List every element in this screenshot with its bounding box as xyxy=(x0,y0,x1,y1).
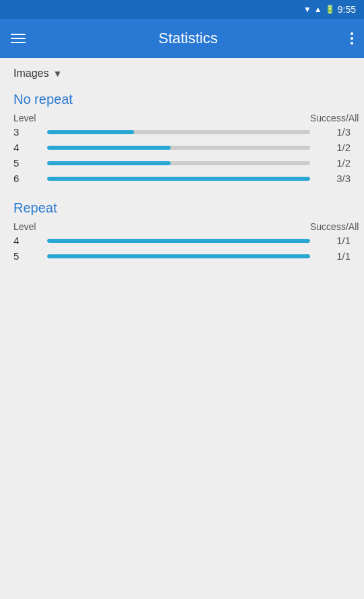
level-number: 3 xyxy=(13,126,47,138)
progress-bar xyxy=(47,177,310,181)
level-number: 4 xyxy=(13,235,47,246)
status-bar: ▼ ▲ 🔋 9:55 xyxy=(0,0,364,19)
repeat-table-header: Level Success/All xyxy=(13,221,351,232)
bar-fill xyxy=(47,146,171,150)
hamburger-menu-icon[interactable] xyxy=(11,34,26,43)
level-number: 5 xyxy=(13,250,47,262)
main-content: Images ▼ No repeat Level Success/All 3 1… xyxy=(0,58,364,599)
score-value: 1/1 xyxy=(310,250,351,262)
dropdown-label: Images xyxy=(13,67,49,80)
battery-icon: 🔋 xyxy=(325,5,335,14)
table-row: 4 1/1 xyxy=(13,235,351,246)
chevron-down-icon: ▼ xyxy=(53,68,62,79)
no-repeat-section-title: No repeat xyxy=(13,92,351,107)
repeat-section-title: Repeat xyxy=(13,200,351,216)
table-row: 5 1/2 xyxy=(13,157,351,169)
page-title: Statistics xyxy=(36,30,340,47)
bar-fill xyxy=(47,130,134,134)
signal-icon: ▲ xyxy=(314,5,322,14)
table-row: 4 1/2 xyxy=(13,142,351,153)
no-repeat-rows: 3 1/3 4 1/2 5 1/2 6 3/3 xyxy=(13,126,351,184)
category-dropdown-row: Images ▼ xyxy=(13,67,351,80)
bar-fill xyxy=(47,177,310,181)
level-number: 6 xyxy=(13,173,47,184)
repeat-score-header: Success/All xyxy=(310,221,351,232)
score-value: 3/3 xyxy=(310,173,351,184)
table-row: 5 1/1 xyxy=(13,250,351,262)
score-value: 1/1 xyxy=(310,235,351,246)
table-row: 3 1/3 xyxy=(13,126,351,138)
repeat-rows: 4 1/1 5 1/1 xyxy=(13,235,351,262)
bar-fill xyxy=(47,161,171,165)
score-header: Success/All xyxy=(310,113,351,123)
status-icons: ▼ ▲ 🔋 9:55 xyxy=(303,4,356,15)
progress-bar xyxy=(47,239,310,243)
progress-bar xyxy=(47,254,310,258)
no-repeat-table-header: Level Success/All xyxy=(13,113,351,123)
score-value: 1/2 xyxy=(310,157,351,169)
progress-bar xyxy=(47,130,310,134)
bar-fill xyxy=(47,239,310,243)
repeat-level-header: Level xyxy=(13,221,47,232)
level-number: 5 xyxy=(13,157,47,169)
category-dropdown[interactable]: Images ▼ xyxy=(13,67,62,80)
no-repeat-table: Level Success/All 3 1/3 4 1/2 5 1/2 6 xyxy=(13,113,351,184)
score-value: 1/3 xyxy=(310,126,351,138)
repeat-table: Level Success/All 4 1/1 5 1/1 xyxy=(13,221,351,262)
wifi-icon: ▼ xyxy=(303,5,311,14)
progress-bar xyxy=(47,161,310,165)
bar-fill xyxy=(47,254,310,258)
level-header: Level xyxy=(13,113,47,123)
more-options-icon[interactable] xyxy=(351,32,353,45)
status-time: 9:55 xyxy=(338,4,356,15)
level-number: 4 xyxy=(13,142,47,153)
app-bar: Statistics xyxy=(0,19,364,58)
progress-bar xyxy=(47,146,310,150)
score-value: 1/2 xyxy=(310,142,351,153)
table-row: 6 3/3 xyxy=(13,173,351,184)
